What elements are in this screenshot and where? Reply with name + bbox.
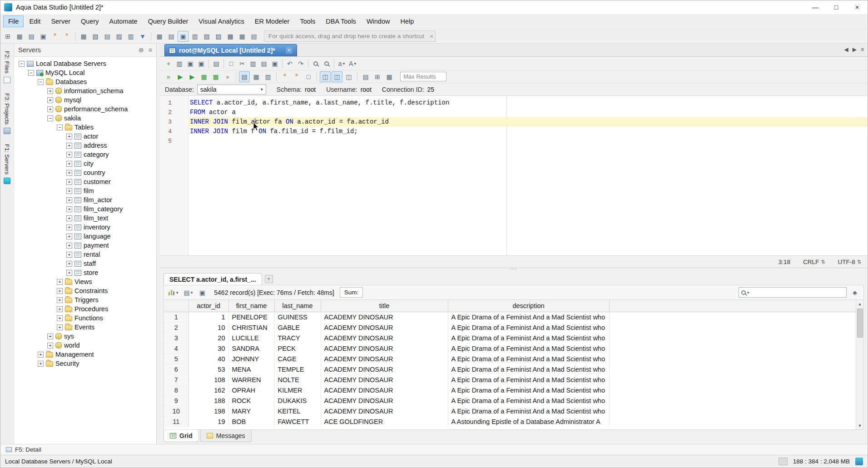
expand-icon[interactable]: + — [38, 361, 44, 367]
tree-item-local-database-servers[interactable]: −Local Database Servers — [14, 59, 156, 68]
register-server-icon[interactable]: ⊞ — [2, 31, 13, 42]
view-tab-grid[interactable]: Grid — [164, 430, 199, 442]
cell-title[interactable]: ACADEMY DINOSAUR — [321, 353, 448, 364]
table-row[interactable]: 7108WARRENNOLTEACADEMY DINOSAURA Epic Dr… — [164, 374, 863, 385]
cell-actor-id[interactable]: 162 — [188, 385, 228, 395]
table-row[interactable]: 540JOHNNYCAGEACADEMY DINOSAURA Epic Dram… — [164, 353, 863, 364]
cell-first-name[interactable]: ROCK — [228, 395, 274, 406]
maximize-button[interactable]: □ — [826, 0, 847, 14]
print-icon[interactable]: ▤ — [211, 58, 222, 69]
open-file-icon[interactable]: ▥ — [174, 58, 185, 69]
scroll-tabs-left-icon[interactable]: ◀ — [844, 46, 848, 53]
menu-server[interactable]: Server — [46, 15, 75, 27]
results-search-box[interactable]: ▾ — [739, 287, 847, 298]
tree-item-security[interactable]: +Security — [14, 359, 156, 368]
cell-title[interactable]: ACADEMY DINOSAUR — [321, 374, 448, 385]
cell-last-name[interactable]: PECK — [274, 343, 321, 353]
menu-file[interactable]: File — [3, 15, 24, 27]
cell-title[interactable]: ACADEMY DINOSAUR — [321, 364, 448, 374]
expand-icon[interactable]: + — [57, 297, 63, 303]
tree-item-tables[interactable]: −Tables — [14, 123, 156, 132]
paste-icon[interactable]: ▤ — [258, 58, 269, 69]
tree-item-film-text[interactable]: +film_text — [14, 214, 156, 223]
cell-last-name[interactable]: CAGE — [274, 353, 321, 364]
export-results-icon[interactable]: ▤ — [360, 71, 371, 82]
describe-object-icon[interactable]: ▦ — [384, 71, 395, 82]
collapse-icon[interactable]: − — [28, 70, 34, 76]
copy-icon[interactable]: ▥ — [248, 58, 258, 69]
er-modeler-icon[interactable]: ▨ — [114, 31, 124, 42]
row-number[interactable]: 8 — [164, 385, 188, 395]
expand-icon[interactable]: + — [57, 306, 63, 312]
editor-line-2[interactable]: 2FROM actor a — [160, 108, 868, 117]
cell-last-name[interactable]: NOLTE — [274, 374, 321, 385]
expand-icon[interactable]: + — [47, 88, 53, 94]
tree-item-procedures[interactable]: +Procedures — [14, 304, 156, 314]
row-number[interactable]: 10 — [164, 406, 188, 416]
quick-access-bar[interactable]: For quick access, drag and drop here to … — [264, 30, 436, 42]
execute-batch-icon[interactable]: ▦ — [210, 71, 221, 82]
tree-item-store[interactable]: +store — [14, 268, 156, 277]
column-header-first-name[interactable]: first_name — [228, 300, 274, 312]
table-row[interactable]: 10198MARYKEITELACADEMY DINOSAURA Epic Dr… — [164, 406, 863, 416]
search-options-icon[interactable]: ▾ — [747, 290, 749, 295]
cell-first-name[interactable]: MARY — [228, 406, 274, 416]
tree-item-film-category[interactable]: +film_category — [14, 204, 156, 214]
cell-first-name[interactable]: MENA — [228, 364, 274, 374]
cell-description[interactable]: A Epic Drama of a Feminist And a Mad Sci… — [448, 333, 609, 343]
line-ending-selector[interactable]: CRLF ⇅ — [803, 259, 825, 265]
table-row[interactable]: 210CHRISTIANGABLEACADEMY DINOSAURA Epic … — [164, 322, 863, 333]
expand-icon[interactable]: + — [57, 288, 63, 294]
scroll-down-icon[interactable]: ▼ — [856, 422, 864, 429]
expand-icon[interactable]: + — [66, 134, 72, 139]
cut-icon[interactable]: ✂ — [237, 58, 248, 69]
cell-first-name[interactable]: WARREN — [228, 374, 274, 385]
tree-item-triggers[interactable]: +Triggers — [14, 295, 156, 304]
cell-last-name[interactable]: KEITEL — [274, 406, 321, 416]
panel-settings-icon[interactable]: ⊛ — [139, 46, 144, 54]
cell-description[interactable]: A Epic Drama of a Feminist And a Mad Sci… — [448, 364, 609, 374]
open-script-icon[interactable]: ▤ — [26, 31, 37, 42]
expand-icon[interactable]: + — [47, 97, 53, 103]
tree-item-film-actor[interactable]: +film_actor — [14, 195, 156, 204]
row-number[interactable]: 7 — [164, 374, 188, 385]
cell-actor-id[interactable]: 40 — [188, 353, 228, 364]
expand-icon[interactable]: + — [66, 270, 72, 276]
cell-last-name[interactable]: TRACY — [274, 333, 321, 343]
cell-actor-id[interactable]: 30 — [188, 343, 228, 353]
scroll-tabs-right-icon[interactable]: ▶ — [853, 46, 857, 53]
cell-actor-id[interactable]: 19 — [188, 416, 228, 427]
row-number[interactable]: 11 — [164, 416, 188, 427]
cell-description[interactable]: A Epic Drama of a Feminist And a Mad Sci… — [448, 353, 609, 364]
format-sql-icon[interactable]: * — [279, 71, 290, 82]
cell-description[interactable]: A Astounding Epistle of a Database Admin… — [448, 416, 609, 427]
results-tab[interactable]: SELECT a.actor_id, a.first_... — [164, 273, 262, 285]
menu-query[interactable]: Query — [76, 15, 104, 27]
save-results-button[interactable]: ▣ — [197, 287, 208, 298]
menu-er-modeler[interactable]: ER Modeler — [250, 15, 295, 27]
expand-icon[interactable]: + — [66, 161, 72, 167]
tree-item-functions[interactable]: +Functions — [14, 314, 156, 323]
cell-title[interactable]: ACADEMY DINOSAUR — [321, 343, 448, 353]
version-control-icon[interactable]: ▼ — [137, 31, 148, 42]
cell-first-name[interactable]: BOB — [228, 416, 274, 427]
file-results-icon[interactable]: ▥ — [263, 71, 273, 82]
scroll-up-icon[interactable]: ▲ — [856, 300, 864, 308]
cell-actor-id[interactable]: 1 — [188, 312, 228, 322]
cell-title[interactable]: ACADEMY DINOSAUR — [321, 406, 448, 416]
tree-item-customer[interactable]: +customer — [14, 177, 156, 186]
chart-results-button[interactable]: ▾ — [167, 287, 180, 298]
export-tool-icon[interactable]: ▧ — [201, 31, 212, 42]
import-tool-icon[interactable]: ▨ — [213, 31, 224, 42]
collapse-icon[interactable]: − — [19, 61, 25, 67]
database-select[interactable]: sakila ▾ — [197, 85, 266, 95]
help-tool-icon[interactable]: ▤ — [248, 31, 259, 42]
dock-tab-f2-files[interactable]: F2: Files — [4, 51, 10, 83]
expand-icon[interactable]: + — [66, 152, 72, 158]
expand-icon[interactable]: + — [66, 188, 72, 194]
view-tab-messages[interactable]: Messages — [200, 430, 252, 442]
cell-actor-id[interactable]: 10 — [188, 322, 228, 333]
sql-editor[interactable]: 1SELECT a.actor_id, a.first_name, a.last… — [160, 96, 868, 255]
connect-server-icon[interactable]: ▦ — [14, 31, 25, 42]
undo-icon[interactable]: ↶ — [284, 58, 295, 69]
